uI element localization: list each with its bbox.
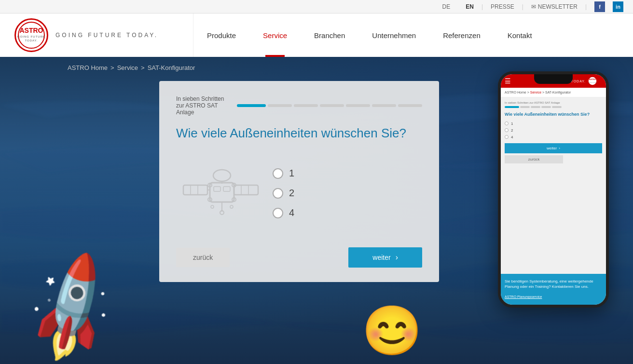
phone-body: In sieben Schritten zur ASTRO SAT Anlage… (501, 97, 606, 167)
sep1: | (482, 3, 483, 10)
step-seg-7 (398, 104, 422, 107)
phone-screen: ☰ GOING FUTURE TODAY. ASTRO GOING FUTURE… (501, 74, 606, 305)
envelope-icon: ✉ (531, 3, 536, 10)
linkedin-icon[interactable]: in (613, 1, 623, 12)
svg-rect-14 (223, 187, 230, 191)
lang-en[interactable]: EN (466, 3, 474, 10)
svg-text:GOING FUTURE: GOING FUTURE (588, 82, 597, 83)
step-progress-bar (237, 104, 422, 107)
phone-option-label-1: 1 (511, 121, 513, 126)
phone-logo-icon: ASTRO GOING FUTURE (588, 76, 602, 86)
logo-circle: ASTRO GOING FUTURE TODAY. (14, 18, 48, 52)
phone-step-5 (552, 106, 562, 108)
phone-radio-4 (505, 135, 509, 139)
main-content: ASTRO Home > Service > SAT-Konfigurator … (0, 57, 633, 364)
step-seg-3 (294, 104, 318, 107)
step-seg-1 (237, 104, 266, 107)
phone-breadcrumb: ASTRO Home > Service > SAT-Konfigurator (501, 88, 606, 97)
radio-circle-4 (273, 208, 283, 218)
step-seg-6 (372, 104, 396, 107)
smiley-emoji: 😊 (362, 302, 422, 359)
step-seg-4 (320, 104, 344, 107)
phone-step-text: In sieben Schritten zur ASTRO SAT Anlage (505, 101, 602, 104)
card-footer: zurück weiter › (176, 247, 422, 268)
svg-text:ASTRO: ASTRO (20, 27, 43, 34)
breadcrumb-current: SAT-Konfigurator (148, 64, 195, 71)
newsletter-link[interactable]: ✉ NEWSLETTER (531, 3, 578, 10)
svg-rect-4 (210, 183, 234, 202)
lang-de[interactable]: DE (442, 3, 451, 10)
phone-bottom-text: Sie benötigen Systemberatung, eine weite… (505, 279, 602, 289)
radio-circle-2 (273, 188, 283, 199)
satellite-svg (176, 154, 263, 231)
phone-notch (534, 74, 573, 84)
sep2: | (522, 3, 523, 10)
svg-point-20 (230, 205, 233, 208)
logo-tagline: GOING FUTURE TODAY. (55, 32, 158, 39)
satellite-illustration (176, 154, 263, 233)
option-1[interactable]: 1 (273, 168, 422, 179)
phone-zuruck-button[interactable]: zurück (505, 155, 563, 163)
phone-question: Wie viele Außeneinheiten wünschen Sie? (505, 112, 602, 118)
phone-step-bar (505, 106, 602, 108)
phone-radio-2 (505, 128, 509, 132)
breadcrumb-sep2: > (141, 64, 145, 71)
logo-area: ASTRO GOING FUTURE TODAY. GOING FUTURE T… (0, 18, 193, 52)
option-label-2: 2 (289, 188, 294, 199)
card-body: 1 2 4 (176, 154, 422, 233)
hamburger-icon: ☰ (505, 77, 511, 85)
nav-item-referenzen[interactable]: Referenzen (429, 13, 494, 57)
astro-logo-svg: ASTRO GOING FUTURE TODAY. (17, 21, 45, 49)
presse-link[interactable]: PRESSE (491, 3, 514, 10)
option-label-4: 4 (289, 207, 294, 218)
next-button[interactable]: weiter › (348, 247, 422, 268)
option-4[interactable]: 4 (273, 207, 422, 218)
phone-option-label-2: 2 (511, 128, 513, 133)
fb-label: f (599, 4, 601, 10)
step-indicator: In sieben Schritten zur ASTRO SAT Anlage (176, 95, 422, 116)
phone-weiter-button[interactable]: weiter › (505, 143, 602, 153)
nav-item-unternehmen[interactable]: Unternehmen (358, 13, 429, 57)
phone-mockup: ☰ GOING FUTURE TODAY. ASTRO GOING FUTURE… (498, 71, 609, 308)
configurator-card: In sieben Schritten zur ASTRO SAT Anlage… (159, 81, 439, 282)
phone-option-4[interactable]: 4 (505, 135, 602, 139)
radio-circle-1 (273, 168, 283, 179)
phone-radio-1 (505, 121, 509, 125)
next-arrow-icon: › (396, 253, 398, 262)
site-header: ASTRO GOING FUTURE TODAY. GOING FUTURE T… (0, 13, 633, 57)
phone-weiter-label: weiter (547, 146, 557, 150)
phone-weiter-arrow-icon: › (559, 146, 560, 150)
breadcrumb-sep1: > (110, 64, 114, 71)
phone-bottom-info: Sie benötigen Systemberatung, eine weite… (501, 274, 606, 305)
option-label-1: 1 (289, 168, 294, 179)
step-seg-5 (346, 104, 370, 107)
top-bar: DE EN | PRESSE | ✉ NEWSLETTER | f in (0, 0, 633, 13)
svg-point-11 (213, 170, 231, 181)
presse-label: PRESSE (491, 3, 514, 10)
phone-option-2[interactable]: 2 (505, 128, 602, 133)
svg-point-19 (211, 205, 214, 208)
nav-item-produkte[interactable]: Produkte (193, 13, 249, 57)
breadcrumb-home[interactable]: ASTRO Home (68, 64, 108, 71)
li-label: in (616, 4, 620, 10)
nav-item-branchen[interactable]: Branchen (301, 13, 358, 57)
phone-step-4 (541, 106, 551, 108)
svg-rect-5 (183, 185, 207, 195)
facebook-icon[interactable]: f (594, 1, 605, 12)
option-2[interactable]: 2 (273, 188, 422, 199)
phone-option-1[interactable]: 1 (505, 121, 602, 126)
breadcrumb-service[interactable]: Service (117, 64, 138, 71)
question-title: Wie viele Außeneinheiten wünschen Sie? (176, 125, 422, 142)
back-button[interactable]: zurück (176, 248, 230, 267)
phone-planning-link[interactable]: ASTRO Planungsservice (505, 295, 542, 298)
phone-step-2 (520, 106, 530, 108)
nav-item-kontakt[interactable]: Kontakt (494, 13, 546, 57)
svg-text:GOING FUTURE: GOING FUTURE (17, 35, 45, 38)
newsletter-label: NEWSLETTER (538, 3, 578, 10)
sep3: | (585, 3, 587, 10)
nav-item-service[interactable]: Service (249, 13, 301, 57)
logo-tagline-area: GOING FUTURE TODAY. (55, 32, 158, 39)
options-area: 1 2 4 (273, 168, 422, 218)
step-seg-2 (268, 104, 292, 107)
phone-step-3 (531, 106, 540, 108)
